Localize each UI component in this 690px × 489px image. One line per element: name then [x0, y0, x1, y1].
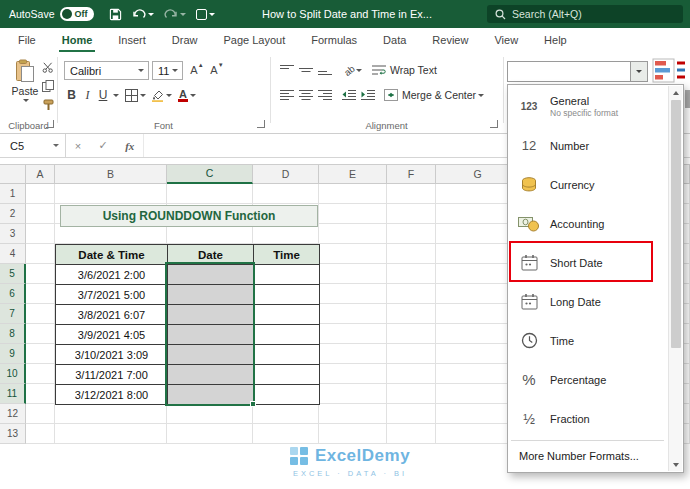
redo-button[interactable] — [159, 8, 191, 20]
row-header-9[interactable]: 9 — [0, 344, 26, 364]
tab-formulas[interactable]: Formulas — [298, 28, 370, 52]
format-option-general[interactable]: 123GeneralNo specific format — [508, 87, 667, 126]
cell-b12[interactable] — [55, 404, 167, 424]
font-size-combo[interactable]: 11 — [152, 61, 183, 80]
fill-color-button[interactable] — [150, 86, 172, 104]
number-format-dropdown-button[interactable] — [631, 61, 648, 82]
search-box[interactable]: Search (Alt+Q) — [487, 5, 683, 23]
cell-a3[interactable] — [26, 224, 55, 244]
bottom-align-button[interactable] — [316, 61, 333, 79]
cell-f7[interactable] — [387, 304, 436, 324]
font-dialog-launcher[interactable] — [257, 120, 265, 128]
row-header-11[interactable]: 11 — [0, 384, 26, 404]
font-color-button[interactable]: A — [176, 86, 198, 104]
cell-f4[interactable] — [387, 244, 436, 264]
copy-button[interactable] — [42, 80, 54, 94]
table-cell-c10[interactable] — [168, 365, 254, 385]
row-header-7[interactable]: 7 — [0, 304, 26, 324]
table-cell-d10[interactable] — [254, 365, 320, 385]
alignment-dialog-launcher[interactable] — [490, 120, 498, 128]
table-cell-b9[interactable]: 3/10/2021 3:09 — [56, 345, 168, 365]
tab-draw[interactable]: Draw — [159, 28, 211, 52]
row-header-8[interactable]: 8 — [0, 324, 26, 344]
format-option-percentage[interactable]: %Percentage — [508, 360, 667, 399]
table-cell-d6[interactable] — [254, 285, 320, 305]
cell-e6[interactable] — [319, 284, 387, 304]
row-header-6[interactable]: 6 — [0, 284, 26, 304]
autosave-toggle[interactable]: Off — [60, 7, 94, 21]
table-cell-b5[interactable]: 3/6/2021 2:00 — [56, 265, 168, 285]
cell-e3[interactable] — [319, 224, 387, 244]
cell-f11[interactable] — [387, 384, 436, 404]
underline-button[interactable]: U — [96, 86, 110, 104]
table-cell-d9[interactable] — [254, 345, 320, 365]
cell-d1[interactable] — [253, 184, 319, 204]
cell-a9[interactable] — [26, 344, 55, 364]
sheet-title-cell[interactable]: Using ROUNDDOWN Function — [60, 205, 318, 227]
table-cell-c6[interactable] — [168, 285, 254, 305]
cell-f2[interactable] — [387, 204, 436, 224]
table-header-time[interactable]: Time — [254, 245, 320, 265]
dropdown-scrollbar[interactable] — [668, 86, 682, 471]
name-box[interactable]: C5 — [0, 134, 66, 157]
cell-a11[interactable] — [26, 384, 55, 404]
row-header-2[interactable]: 2 — [0, 204, 26, 224]
table-cell-c9[interactable] — [168, 345, 254, 365]
merge-center-button[interactable]: Merge & Center — [384, 86, 484, 104]
scroll-down-button[interactable] — [669, 458, 682, 471]
cell-b13[interactable] — [55, 424, 167, 444]
cell-e7[interactable] — [319, 304, 387, 324]
cell-e8[interactable] — [319, 324, 387, 344]
cell-c1[interactable] — [167, 184, 253, 204]
wrap-text-button[interactable]: Wrap Text — [372, 61, 437, 79]
cell-d13[interactable] — [253, 424, 319, 444]
cell-e11[interactable] — [319, 384, 387, 404]
table-cell-b8[interactable]: 3/9/2021 4:05 — [56, 325, 168, 345]
cell-a1[interactable] — [26, 184, 55, 204]
borders-button[interactable] — [124, 86, 146, 104]
font-name-combo[interactable]: Calibri — [64, 61, 149, 80]
tab-page-layout[interactable]: Page Layout — [210, 28, 298, 52]
table-cell-b10[interactable]: 3/11/2021 7:00 — [56, 365, 168, 385]
tab-insert[interactable]: Insert — [105, 28, 159, 52]
format-painter-button[interactable] — [43, 99, 54, 113]
cell-f5[interactable] — [387, 264, 436, 284]
row-header-10[interactable]: 10 — [0, 364, 26, 384]
undo-button[interactable] — [127, 8, 159, 20]
format-option-time[interactable]: Time — [508, 321, 667, 360]
column-header-f[interactable]: F — [387, 165, 436, 184]
qat-extra-button[interactable] — [191, 9, 220, 20]
format-option-fraction[interactable]: ½Fraction — [508, 399, 667, 438]
column-header-a[interactable]: A — [26, 165, 55, 184]
insert-function-button[interactable]: fx — [125, 140, 134, 152]
tab-help[interactable]: Help — [531, 28, 580, 52]
scroll-up-button[interactable] — [669, 86, 682, 99]
cell-e12[interactable] — [319, 404, 387, 424]
format-option-accounting[interactable]: Accounting — [508, 204, 667, 243]
cancel-button[interactable]: × — [75, 140, 81, 152]
number-format-combo[interactable] — [507, 61, 648, 82]
cell-e13[interactable] — [319, 424, 387, 444]
enter-button[interactable]: ✓ — [99, 139, 108, 152]
table-cell-b6[interactable]: 3/7/2021 5:00 — [56, 285, 168, 305]
bold-button[interactable]: B — [64, 86, 79, 104]
table-cell-c7[interactable] — [168, 305, 254, 325]
cell-a2[interactable] — [26, 204, 55, 224]
cell-f10[interactable] — [387, 364, 436, 384]
cell-a6[interactable] — [26, 284, 55, 304]
increase-font-size-button[interactable]: A▲ — [188, 61, 206, 79]
scrollbar-thumb[interactable] — [671, 100, 681, 348]
align-left-button[interactable] — [278, 86, 295, 104]
table-cell-c8[interactable] — [168, 325, 254, 345]
cell-c13[interactable] — [167, 424, 253, 444]
cell-a10[interactable] — [26, 364, 55, 384]
cell-a5[interactable] — [26, 264, 55, 284]
cell-d12[interactable] — [253, 404, 319, 424]
table-cell-b7[interactable]: 3/8/2021 6:07 — [56, 305, 168, 325]
column-header-d[interactable]: D — [253, 165, 319, 184]
conditional-formatting-icon[interactable] — [652, 57, 686, 86]
table-cell-d11[interactable] — [254, 385, 320, 405]
cell-a8[interactable] — [26, 324, 55, 344]
cell-f13[interactable] — [387, 424, 436, 444]
select-all-corner[interactable] — [0, 165, 26, 184]
